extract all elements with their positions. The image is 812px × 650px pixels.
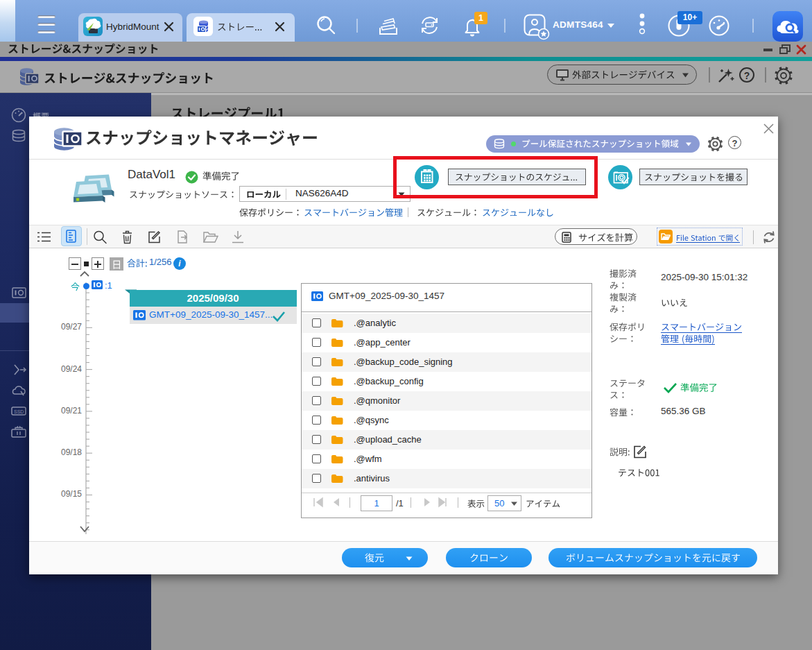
svg-text:SSD: SSD bbox=[14, 409, 24, 414]
